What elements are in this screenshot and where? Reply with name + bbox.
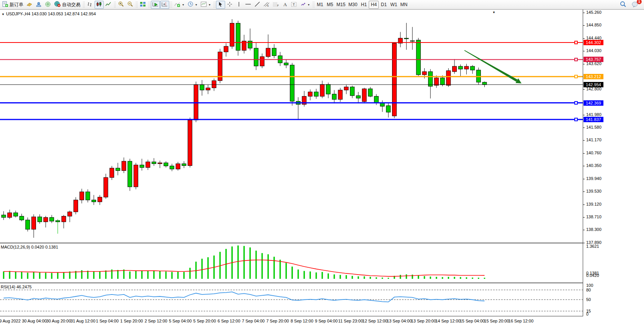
chart-area[interactable]: ▼USDJPY-,H4 143.030 143.053 142.874 142.… xyxy=(0,10,644,324)
time-axis[interactable]: 9 Aug 202230 Aug 04:0030 Aug 20:0031 Aug… xyxy=(0,316,583,324)
tf-m1[interactable]: M1 xyxy=(315,1,325,9)
candle-bear[interactable] xyxy=(20,216,24,220)
auto-scroll-button[interactable] xyxy=(151,1,160,9)
arrows-button[interactable]: ▼ xyxy=(299,1,312,9)
candle-bear[interactable] xyxy=(482,82,487,85)
templates-button[interactable]: ▼ xyxy=(199,1,212,9)
auto-trading-button[interactable]: 自动交易 xyxy=(52,1,82,9)
candle-bear[interactable] xyxy=(128,161,132,187)
candle-bear[interactable] xyxy=(356,96,360,98)
candle-bear[interactable] xyxy=(164,163,168,166)
candle-bull[interactable] xyxy=(338,90,342,99)
candle-bull[interactable] xyxy=(62,216,66,222)
candle-bear[interactable] xyxy=(248,41,252,48)
candle-bull[interactable] xyxy=(434,78,438,85)
alerts-button[interactable] xyxy=(25,1,34,9)
candle-bull[interactable] xyxy=(80,192,84,200)
candle-bear[interactable] xyxy=(326,84,330,94)
dropdown-arrow-icon[interactable]: ▼ xyxy=(208,3,211,6)
candle-bull[interactable] xyxy=(392,43,397,116)
candle-bull[interactable] xyxy=(224,46,228,52)
hline-handle[interactable] xyxy=(575,118,577,121)
candle-bear[interactable] xyxy=(290,65,294,101)
candle-bull[interactable] xyxy=(44,218,48,222)
candle-bull[interactable] xyxy=(453,66,457,72)
price-panel[interactable] xyxy=(0,10,583,242)
candle-bull[interactable] xyxy=(104,177,108,197)
crosshair-button[interactable] xyxy=(225,1,234,9)
candle-bull[interactable] xyxy=(446,71,451,85)
text-button[interactable]: A xyxy=(280,1,289,9)
tf-mn[interactable]: MN xyxy=(399,1,409,9)
dropdown-arrow-icon[interactable]: ▼ xyxy=(182,3,185,6)
hline-handle[interactable] xyxy=(575,41,577,44)
candle-bear[interactable] xyxy=(350,87,355,96)
horizontal-line-button[interactable] xyxy=(244,1,253,9)
candle-chart-button[interactable] xyxy=(95,1,104,9)
candle-bull[interactable] xyxy=(266,48,270,57)
candle-bear[interactable] xyxy=(410,41,415,41)
candle-bear[interactable] xyxy=(236,23,240,51)
macd-panel[interactable] xyxy=(0,244,583,282)
price-axis[interactable]: 145.260144.850144.440144.030143.620142.8… xyxy=(583,10,644,324)
channel-button[interactable]: E xyxy=(262,1,271,9)
dropdown-arrow-icon[interactable]: ▼ xyxy=(195,3,198,6)
community-button[interactable] xyxy=(34,1,43,9)
candle-bull[interactable] xyxy=(308,92,312,96)
candle-bear[interactable] xyxy=(440,78,445,85)
tf-m30[interactable]: M30 xyxy=(347,1,359,9)
candle-bull[interactable] xyxy=(8,213,12,218)
tf-d1[interactable]: D1 xyxy=(379,1,389,9)
signals-button[interactable] xyxy=(43,1,52,9)
candle-bear[interactable] xyxy=(26,220,30,229)
candle-bear[interactable] xyxy=(284,63,288,65)
candle-bull[interactable] xyxy=(158,163,162,164)
vertical-line-button[interactable] xyxy=(234,1,244,9)
bar-chart-button[interactable] xyxy=(85,1,95,9)
candle-bear[interactable] xyxy=(368,89,373,97)
candle-bear[interactable] xyxy=(314,92,318,96)
candle-bull[interactable] xyxy=(260,57,264,66)
candle-bull[interactable] xyxy=(68,212,72,216)
hline-handle[interactable] xyxy=(575,58,577,61)
label-button[interactable]: T xyxy=(289,1,299,9)
candle-bear[interactable] xyxy=(140,165,144,168)
candle-bear[interactable] xyxy=(416,40,420,75)
new-order-button[interactable]: 新订单 xyxy=(1,1,25,9)
candle-bear[interactable] xyxy=(332,94,337,100)
zoom-in-button[interactable] xyxy=(116,1,126,9)
dropdown-arrow-icon[interactable]: ▼ xyxy=(307,3,310,6)
candle-bull[interactable] xyxy=(110,168,114,177)
candle-bull[interactable] xyxy=(134,165,138,187)
chart-shift-button[interactable] xyxy=(160,1,169,9)
tf-w1[interactable]: W1 xyxy=(389,1,399,9)
trendline-button[interactable] xyxy=(253,1,262,9)
candle-bear[interactable] xyxy=(13,213,18,216)
candle-bear[interactable] xyxy=(386,106,391,112)
candle-bear[interactable] xyxy=(56,221,60,222)
candle-bull[interactable] xyxy=(176,164,180,169)
tf-m5[interactable]: M5 xyxy=(325,1,335,9)
candle-bear[interactable] xyxy=(458,66,463,69)
hline-handle[interactable] xyxy=(575,101,577,104)
tile-windows-button[interactable] xyxy=(138,1,147,9)
candle-bear[interactable] xyxy=(404,38,409,39)
fibonacci-button[interactable]: F xyxy=(271,1,280,9)
candle-bull[interactable] xyxy=(464,66,469,69)
candle-bull[interactable] xyxy=(422,72,427,75)
candle-bull[interactable] xyxy=(98,197,102,202)
candle-bull[interactable] xyxy=(188,120,192,165)
search-button[interactable] xyxy=(618,1,628,9)
candle-bull[interactable] xyxy=(212,81,216,88)
indicators-button[interactable]: ▼ xyxy=(173,1,186,9)
line-chart-button[interactable] xyxy=(104,1,113,9)
panel-separator[interactable] xyxy=(0,242,583,244)
candle-bull[interactable] xyxy=(32,217,36,229)
candle-bear[interactable] xyxy=(2,215,6,218)
candle-bear[interactable] xyxy=(152,162,156,164)
collapse-marker-icon[interactable]: ▼ xyxy=(492,11,495,14)
candle-bear[interactable] xyxy=(200,85,204,90)
rsi-panel[interactable] xyxy=(0,283,583,316)
candle-bear[interactable] xyxy=(272,48,276,56)
tf-h4[interactable]: H4 xyxy=(369,1,379,9)
